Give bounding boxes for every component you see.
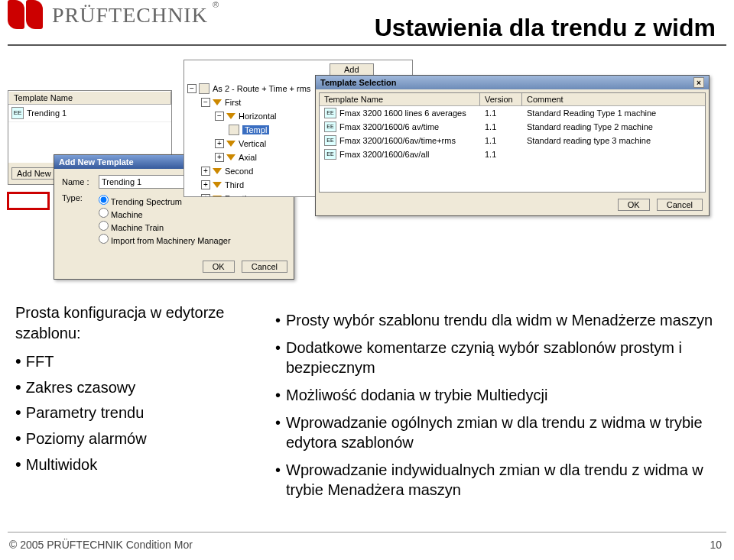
list-item: Wprowadzanie indywidualnych zmian w dla … [275, 460, 719, 500]
triangle-icon [213, 168, 222, 174]
template-row-label: Trending 1 [27, 108, 67, 118]
name-label: Name : [62, 177, 99, 186]
left-heading: Prosta konfiguracja w edytorze szablonu: [15, 303, 245, 344]
col-template-name[interactable]: Template Name [8, 91, 171, 104]
row-icon: EE [324, 121, 336, 132]
table-row[interactable]: EEFmax 3200/1600/6av/all 1.1 [320, 147, 705, 161]
radio-import[interactable]: Import from Machinery Manager [99, 234, 231, 245]
expand-icon[interactable]: + [215, 139, 224, 148]
logo: PRÜFTECHNIK ® [8, 0, 219, 29]
add-new-button[interactable]: Add New [11, 167, 57, 180]
node-icon [229, 125, 239, 135]
expand-icon[interactable]: + [215, 153, 224, 162]
table-row[interactable]: EEFmax 3200 1600 lines 6 averages 1.1 St… [320, 106, 705, 120]
triangle-icon [213, 196, 222, 197]
list-item: Prosty wybór szablonu trendu dla widm w … [275, 310, 719, 330]
ok-button[interactable]: OK [203, 261, 235, 273]
dialog-title: Add New Template [59, 157, 134, 167]
cancel-button[interactable]: Cancel [242, 261, 287, 273]
list-item: Wprowadzanie ogólnych zmian w dla trendu… [275, 413, 719, 452]
triangle-icon [226, 141, 235, 147]
add-button[interactable]: Add [330, 63, 374, 76]
list-item: Parametry trendu [15, 401, 245, 424]
reg-mark: ® [213, 0, 219, 9]
list-item: FFT [15, 350, 245, 373]
col-version[interactable]: Version [480, 93, 522, 105]
radio-machine[interactable]: Machine [99, 208, 231, 219]
logo-text: PRÜFTECHNIK [52, 3, 208, 28]
node-icon [199, 83, 209, 94]
triangle-icon [226, 113, 235, 119]
radio-machine-train[interactable]: Machine Train [99, 221, 231, 232]
list-item: Zakres czasowy [15, 376, 245, 399]
table-row[interactable]: EEFmax 3200/1600/6 av/time 1.1 Standard … [320, 120, 705, 134]
row-icon: EE [324, 135, 336, 146]
page-title: Ustawienia dla trendu z widm [375, 14, 716, 42]
template-selection-dialog: Template Selection × Template Name Versi… [315, 75, 710, 216]
template-row[interactable]: EE Trending 1 [8, 105, 171, 121]
title-underline [8, 44, 726, 46]
logo-mark [8, 0, 44, 29]
expand-icon[interactable]: − [215, 112, 224, 121]
expand-icon[interactable]: + [201, 194, 210, 197]
expand-icon[interactable]: + [201, 167, 210, 176]
footer-copyright: © 2005 PRÜFTECHNIK Condition Mor [9, 539, 193, 551]
expand-icon[interactable]: + [201, 180, 210, 189]
type-label: Type: [62, 193, 99, 202]
triangle-icon [226, 154, 235, 160]
ok-button[interactable]: OK [618, 199, 650, 211]
list-item: Multiwidok [15, 453, 245, 476]
col-template-name[interactable]: Template Name [320, 93, 480, 105]
list-item: Dodatkowe komentarze czynią wybór szablo… [275, 338, 719, 377]
expand-icon[interactable]: − [187, 84, 196, 93]
close-icon[interactable]: × [693, 77, 704, 88]
right-summary: Prosty wybór szablonu trendu dla widm w … [275, 303, 719, 507]
row-icon: EE [324, 108, 336, 118]
page-number: 10 [710, 539, 722, 551]
triangle-icon [213, 99, 222, 105]
col-comment[interactable]: Comment [522, 93, 705, 105]
cancel-button[interactable]: Cancel [657, 199, 703, 211]
template-icon: EE [11, 107, 24, 119]
list-item: Możliwość dodania w trybie Multiedycji [275, 385, 719, 405]
footer-divider [8, 532, 726, 532]
left-summary: Prosta konfiguracja w edytorze szablonu:… [15, 303, 245, 507]
table-row[interactable]: EEFmax 3200/1600/6av/time+rms 1.1 Standa… [320, 134, 705, 147]
row-icon: EE [324, 149, 336, 160]
list-item: Poziomy alarmów [15, 427, 245, 450]
expand-icon[interactable]: − [201, 98, 210, 107]
highlight-box [7, 192, 50, 210]
triangle-icon [213, 182, 222, 188]
dialog-title: Template Selection [320, 78, 396, 87]
